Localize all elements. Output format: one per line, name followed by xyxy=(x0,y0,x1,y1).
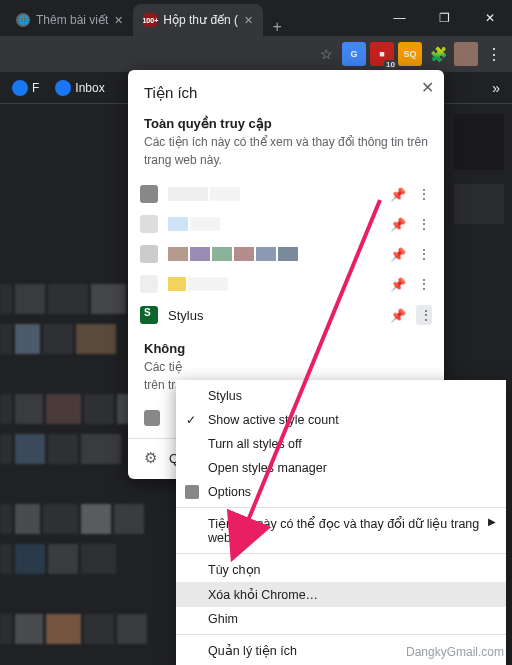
bookmark-item-1[interactable]: Inbox xyxy=(49,76,110,100)
gear-icon[interactable]: ⚙ xyxy=(144,449,157,467)
extension-name-blurred xyxy=(168,187,380,201)
tab-title: Hộp thư đến ( xyxy=(163,13,238,27)
full-access-heading: Toàn quyền truy cập xyxy=(128,112,444,133)
extension-row[interactable]: 📌 ⋮ xyxy=(128,179,444,209)
more-icon[interactable]: ⋮ xyxy=(416,186,432,202)
extension-icon-sq[interactable]: SQ xyxy=(398,42,422,66)
close-icon[interactable]: ✕ xyxy=(114,14,123,27)
extension-row[interactable]: 📌 ⋮ xyxy=(128,239,444,269)
extension-icon xyxy=(144,410,160,426)
extension-icon xyxy=(140,275,158,293)
window-controls: — ❐ ✕ xyxy=(377,0,512,36)
no-access-heading: Không xyxy=(128,331,444,358)
window-titlebar: 🌐 Thêm bài viết ✕ 100+ Hộp thư đến ( ✕ +… xyxy=(0,0,512,36)
gmail-icon: 100+ xyxy=(143,13,157,27)
browser-toolbar: ☆ G ■10 SQ 🧩 ⋮ xyxy=(0,36,512,72)
more-icon[interactable]: ⋮ xyxy=(416,246,432,262)
extension-icon xyxy=(140,215,158,233)
globe-icon: 🌐 xyxy=(16,13,30,27)
maximize-button[interactable]: ❐ xyxy=(422,0,467,36)
pin-icon[interactable]: 📌 xyxy=(390,277,406,292)
minimize-button[interactable]: — xyxy=(377,0,422,36)
extension-row[interactable]: 📌 ⋮ xyxy=(128,209,444,239)
bookmark-label: F xyxy=(32,81,39,95)
more-icon[interactable]: ⋮ xyxy=(416,276,432,292)
new-tab-button[interactable]: + xyxy=(263,18,291,36)
close-window-button[interactable]: ✕ xyxy=(467,0,512,36)
tab-strip: 🌐 Thêm bài viết ✕ 100+ Hộp thư đến ( ✕ + xyxy=(0,0,377,36)
extension-name-blurred xyxy=(168,247,380,261)
bookmark-star-icon[interactable]: ☆ xyxy=(314,42,338,66)
pin-icon[interactable]: 📌 xyxy=(390,247,406,262)
badge-count: 10 xyxy=(384,60,397,69)
bookmark-label: Inbox xyxy=(75,81,104,95)
extension-row[interactable]: 📌 ⋮ xyxy=(128,269,444,299)
ctx-item-pin[interactable]: Ghim xyxy=(176,607,506,631)
ctx-separator xyxy=(176,553,506,554)
extension-name-blurred xyxy=(168,217,380,231)
extension-row-stylus[interactable]: Stylus 📌 ⋮ xyxy=(128,299,444,331)
ctx-item-options[interactable]: Options xyxy=(176,480,506,504)
extension-icon xyxy=(140,185,158,203)
watermark-text: DangkyGmail.com xyxy=(406,645,504,659)
ctx-item-options2[interactable]: Tùy chọn xyxy=(176,557,506,582)
bookmarks-overflow-button[interactable]: » xyxy=(486,80,506,96)
profile-avatar[interactable] xyxy=(454,42,478,66)
submenu-arrow-icon: ▶ xyxy=(488,516,496,527)
stylus-icon xyxy=(140,306,158,324)
context-menu: Stylus ✓ Show active style count Turn al… xyxy=(176,380,506,665)
ctx-item-open-manager[interactable]: Open styles manager xyxy=(176,456,506,480)
pin-icon[interactable]: 📌 xyxy=(390,308,406,323)
close-popup-button[interactable]: ✕ xyxy=(421,78,434,97)
ctx-item-remove-from-chrome[interactable]: Xóa khỏi Chrome… xyxy=(176,582,506,607)
extension-icon xyxy=(140,245,158,263)
more-icon[interactable]: ⋮ xyxy=(416,216,432,232)
close-icon[interactable]: ✕ xyxy=(244,14,253,27)
options-icon xyxy=(185,485,199,499)
bookmark-item-0[interactable]: F xyxy=(6,76,45,100)
facebook-icon xyxy=(55,80,71,96)
facebook-icon xyxy=(12,80,28,96)
chrome-menu-button[interactable]: ⋮ xyxy=(482,42,506,66)
more-icon[interactable]: ⋮ xyxy=(416,305,432,325)
tab-title: Thêm bài viết xyxy=(36,13,108,27)
checkmark-icon: ✓ xyxy=(186,413,196,427)
full-access-description: Các tiện ích này có thể xem và thay đổi … xyxy=(128,133,444,179)
popup-title: Tiện ích xyxy=(128,70,444,112)
ctx-separator xyxy=(176,634,506,635)
ctx-item-show-active-count[interactable]: ✓ Show active style count xyxy=(176,408,506,432)
pin-icon[interactable]: 📌 xyxy=(390,217,406,232)
browser-tab-1[interactable]: 100+ Hộp thư đến ( ✕ xyxy=(133,4,263,36)
extension-name: Stylus xyxy=(168,308,380,323)
pin-icon[interactable]: 📌 xyxy=(390,187,406,202)
ctx-item-turn-off[interactable]: Turn all styles off xyxy=(176,432,506,456)
extension-icon-red[interactable]: ■10 xyxy=(370,42,394,66)
browser-tab-0[interactable]: 🌐 Thêm bài viết ✕ xyxy=(6,4,133,36)
extensions-button[interactable]: 🧩 xyxy=(426,42,450,66)
ctx-header-stylus: Stylus xyxy=(176,384,506,408)
ctx-item-site-access[interactable]: Tiện ích này có thể đọc và thay đổi dữ l… xyxy=(176,511,506,550)
extension-name-blurred xyxy=(168,277,380,291)
ctx-separator xyxy=(176,507,506,508)
extension-icon-translate[interactable]: G xyxy=(342,42,366,66)
